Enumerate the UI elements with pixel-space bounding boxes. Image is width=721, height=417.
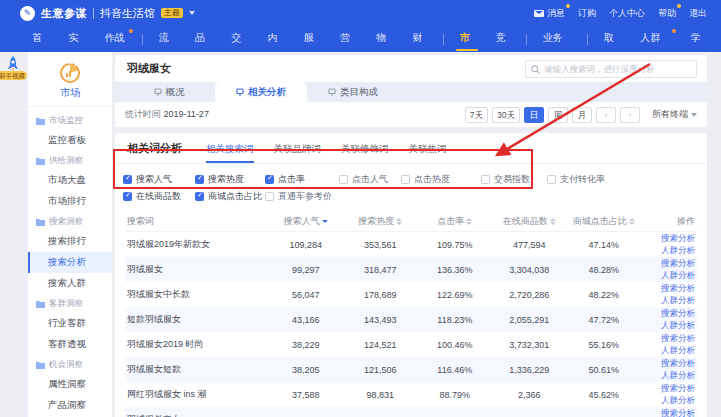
table-row[interactable]: 羽绒服女短款 38,205 121,506 116.46% 1,336,229 … (125, 357, 697, 382)
nav-item-crowd-management[interactable]: 人群管理 (630, 26, 679, 52)
table-row[interactable]: 羽绒服外套女 34,572 68,585 87.53% 1,011 46.19%… (125, 407, 697, 417)
nav-item-logistics[interactable]: 物流 (366, 26, 400, 52)
tab-related-modifier-words[interactable]: 关联修饰词 (341, 143, 389, 163)
range-7d-button[interactable]: 7天 (465, 107, 488, 123)
search-analysis-link[interactable]: 搜索分析 (661, 308, 695, 319)
nav-item-finance[interactable]: 财务 (403, 26, 437, 52)
sidebar-item-industry-customers[interactable]: 行业客群 (28, 313, 112, 334)
table-row[interactable]: 羽绒服女 99,297 318,477 136.36% 3,304,038 48… (125, 257, 697, 282)
search-analysis-link[interactable]: 搜索分析 (661, 383, 695, 394)
col-click-rate[interactable]: 点击率 (418, 215, 493, 228)
tab-related-search-words[interactable]: 相关搜索词 (206, 143, 254, 163)
crowd-analysis-link[interactable]: 人群分析 (661, 395, 695, 406)
prev-date-button[interactable]: ‹ (596, 107, 616, 123)
table-row[interactable]: 羽绒服2019年新款女 109,284 353,561 109.75% 477,… (125, 232, 697, 257)
edition-badge: 主题 (161, 8, 183, 18)
crowd-analysis-link[interactable]: 人群分析 (661, 320, 695, 331)
metric-ztc-reference-price[interactable]: 直通车参考价 (265, 190, 339, 203)
account-center-link[interactable]: 个人中心 (609, 7, 645, 20)
subscribe-link[interactable]: 订购 (578, 7, 596, 20)
cell-search-word: 短款羽绒服女 (125, 313, 269, 326)
checkbox-icon (481, 175, 490, 184)
help-link[interactable]: 帮助 (658, 7, 676, 20)
sidebar-item-monitor-board[interactable]: 监控看板 (28, 130, 112, 151)
metric-click-rate[interactable]: 点击率 (265, 173, 339, 186)
checkbox-icon (401, 175, 410, 184)
nav-item-marketing[interactable]: 营销 (330, 26, 364, 52)
keyword-search-box[interactable] (525, 60, 697, 78)
nav-item-market[interactable]: 市场 (449, 26, 483, 52)
terminal-dropdown[interactable]: 所有终端 (652, 108, 697, 121)
nav-item-trade[interactable]: 交易 (221, 26, 255, 52)
search-analysis-link[interactable]: 搜索分析 (661, 283, 695, 294)
nav-item-competition[interactable]: 竞争 (486, 26, 520, 52)
table-row[interactable]: 羽绒服女中长款 56,047 178,689 122.69% 2,720,286… (125, 282, 697, 307)
metric-payment-conversion[interactable]: 支付转化率 (547, 173, 627, 186)
logout-link[interactable]: 退出 (689, 7, 707, 20)
sidebar-item-search-analysis[interactable]: 搜索分析 (28, 252, 112, 273)
search-analysis-link[interactable]: 搜索分析 (661, 258, 695, 269)
cell-online-products: 2,055,291 (492, 315, 567, 325)
metric-online-products[interactable]: 在线商品数 (123, 190, 195, 203)
sidebar-item-market-ranking[interactable]: 市场排行 (28, 191, 112, 212)
search-analysis-link[interactable]: 搜索分析 (661, 333, 695, 344)
table-row[interactable]: 网红羽绒服女 ins 潮 37,588 98,831 88.79% 2,366 … (125, 382, 697, 407)
col-online-products[interactable]: 在线商品数 (492, 215, 567, 228)
search-analysis-link[interactable]: 搜索分析 (661, 408, 695, 417)
tab-category-composition[interactable]: 类目构成 (307, 82, 399, 102)
nav-item-category[interactable]: 品类 (185, 26, 219, 52)
nav-item-home[interactable]: 首页 (22, 26, 56, 52)
cell-search-word: 羽绒服外套女 (125, 413, 269, 417)
nav-item-war-room[interactable]: 作战室 (95, 26, 136, 52)
cell-actions: 搜索分析 人群分析 (641, 233, 697, 255)
sidebar-item-market-overview[interactable]: 市场大盘 (28, 170, 112, 191)
metric-click-popularity[interactable]: 点击人气 (339, 173, 401, 186)
metric-mall-click-share[interactable]: 商城点击占比 (195, 190, 265, 203)
app-logo-icon: ✎ (20, 6, 35, 21)
tutorial-video-badge[interactable]: 新手视频 (0, 71, 27, 80)
tab-related-hot-words[interactable]: 关联热词 (409, 143, 447, 163)
nav-item-traffic[interactable]: 流量 (149, 26, 183, 52)
nav-item-academy[interactable]: 学院 (681, 26, 715, 52)
sidebar-item-customer-perspective[interactable]: 客群透视 (28, 334, 112, 355)
unit-month-button[interactable]: 月 (572, 107, 592, 123)
col-mall-click-share[interactable]: 商城点击占比 (567, 215, 642, 228)
messages-link[interactable]: 消息 (534, 7, 565, 20)
crowd-analysis-link[interactable]: 人群分析 (661, 245, 695, 256)
table-row[interactable]: 羽绒服女2019 时尚 38,229 124,521 100.46% 3,732… (125, 332, 697, 357)
table-row[interactable]: 短款羽绒服女 43,166 143,493 118.23% 2,055,291 … (125, 307, 697, 332)
crowd-analysis-link[interactable]: 人群分析 (661, 370, 695, 381)
chevron-down-icon[interactable] (189, 11, 195, 15)
metric-search-popularity[interactable]: 搜索人气 (123, 173, 195, 186)
crowd-analysis-link[interactable]: 人群分析 (661, 345, 695, 356)
tab-overview[interactable]: 概况 (123, 82, 215, 102)
tab-related-brand-words[interactable]: 关联品牌词 (274, 143, 322, 163)
col-search-heat[interactable]: 搜索热度 (343, 215, 418, 228)
range-30d-button[interactable]: 30天 (492, 107, 520, 123)
sidebar-item-search-crowd[interactable]: 搜索人群 (28, 273, 112, 294)
checkbox-icon (195, 175, 204, 184)
crowd-analysis-link[interactable]: 人群分析 (661, 270, 695, 281)
search-analysis-link[interactable]: 搜索分析 (661, 358, 695, 369)
nav-item-business-zone[interactable]: 业务专区 (533, 26, 582, 52)
cell-search-popularity: 43,166 (269, 315, 344, 325)
metric-trade-index[interactable]: 交易指数 (481, 173, 547, 186)
metric-search-heat[interactable]: 搜索热度 (195, 173, 265, 186)
unit-day-button[interactable]: 日 (524, 107, 544, 123)
next-date-button[interactable]: › (620, 107, 640, 123)
col-search-popularity[interactable]: 搜索人气 (269, 215, 344, 228)
sidebar-item-search-ranking[interactable]: 搜索排行 (28, 231, 112, 252)
tab-related-analysis[interactable]: 相关分析 (215, 82, 307, 102)
nav-item-realtime[interactable]: 实时 (58, 26, 92, 52)
sidebar-item-attribute-insight[interactable]: 属性洞察 (28, 374, 112, 395)
col-search-word[interactable]: 搜索词 (125, 215, 269, 228)
sidebar-item-product-insight[interactable]: 产品洞察 (28, 395, 112, 416)
search-analysis-link[interactable]: 搜索分析 (661, 233, 695, 244)
unit-week-button[interactable]: 周 (548, 107, 568, 123)
search-input[interactable] (544, 64, 691, 74)
crowd-analysis-link[interactable]: 人群分析 (661, 295, 695, 306)
nav-item-content[interactable]: 内容 (257, 26, 291, 52)
metric-click-heat[interactable]: 点击热度 (401, 173, 481, 186)
nav-item-data-fetch[interactable]: 取数 (594, 26, 628, 52)
nav-item-service[interactable]: 服务 (294, 26, 328, 52)
